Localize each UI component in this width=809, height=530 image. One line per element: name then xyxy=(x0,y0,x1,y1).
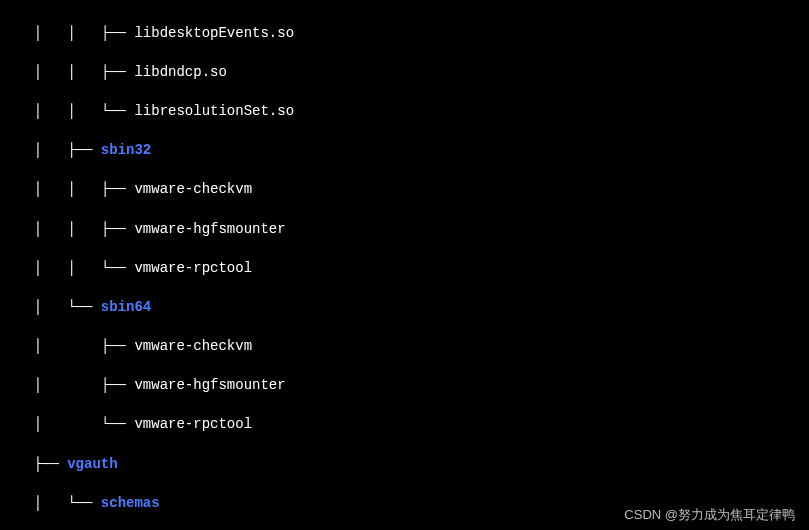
tree-line: │ └── sbin64 xyxy=(0,298,809,318)
directory-name: vgauth xyxy=(67,456,117,472)
tree-line: │ │ ├── vmware-hgfsmounter xyxy=(0,220,809,240)
tree-line: ├── vgauth xyxy=(0,455,809,475)
tree-line: │ ├── vmware-hgfsmounter xyxy=(0,376,809,396)
tree-line: │ │ └── libresolutionSet.so xyxy=(0,102,809,122)
tree-line: │ │ └── vmware-rpctool xyxy=(0,259,809,279)
tree-line: │ ├── sbin32 xyxy=(0,141,809,161)
tree-line: │ ├── vmware-checkvm xyxy=(0,337,809,357)
directory-name: sbin64 xyxy=(101,299,151,315)
tree-line: │ │ ├── vmware-checkvm xyxy=(0,180,809,200)
tree-line: │ │ ├── libdndcp.so xyxy=(0,63,809,83)
terminal-output: │ │ ├── libdesktopEvents.so │ │ ├── libd… xyxy=(0,4,809,530)
directory-name: sbin32 xyxy=(101,142,151,158)
tree-line: │ │ ├── libdesktopEvents.so xyxy=(0,24,809,44)
directory-name: schemas xyxy=(101,495,160,511)
watermark: CSDN @努力成为焦耳定律鸭 xyxy=(624,506,795,524)
tree-line: │ └── vmware-rpctool xyxy=(0,415,809,435)
